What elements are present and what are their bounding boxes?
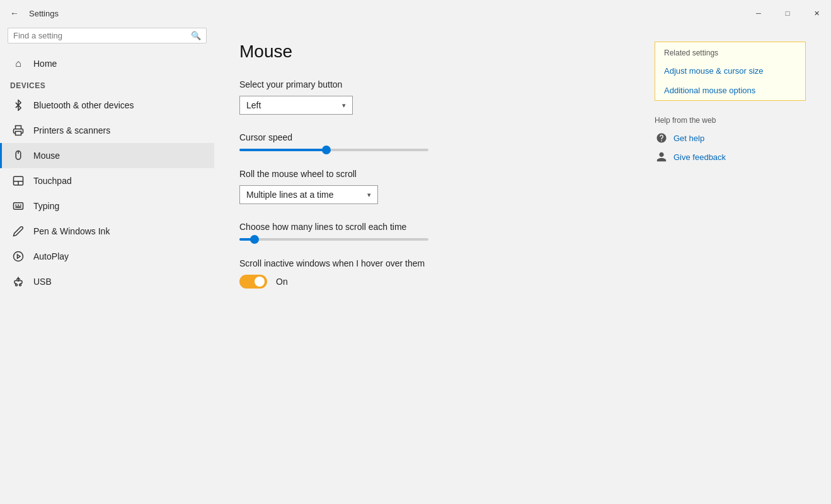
related-settings-box: Related settings Adjust mouse & cursor s… [655, 42, 806, 101]
printer-icon [12, 124, 25, 137]
close-button[interactable]: ✕ [802, 2, 831, 25]
autoplay-icon [12, 250, 25, 263]
cursor-speed-thumb[interactable] [322, 146, 331, 154]
sidebar-item-mouse-label: Mouse [33, 151, 60, 161]
sidebar-item-bluetooth-label: Bluetooth & other devices [33, 100, 134, 110]
help-section-title: Help from the web [655, 116, 806, 125]
give-feedback-row[interactable]: Give feedback [655, 150, 806, 164]
scroll-lines-thumb[interactable] [250, 235, 259, 244]
scroll-lines-label: Choose how many lines to scroll each tim… [239, 222, 629, 232]
svg-point-14 [20, 284, 21, 286]
get-help-row[interactable]: Get help [655, 131, 806, 145]
sidebar-item-pen-label: Pen & Windows Ink [33, 226, 110, 236]
give-feedback-icon [655, 150, 668, 164]
svg-point-11 [14, 252, 23, 261]
give-feedback-link[interactable]: Give feedback [673, 152, 726, 162]
pen-icon [12, 225, 25, 238]
sidebar-item-printers[interactable]: Printers & scanners [0, 118, 214, 143]
typing-icon [12, 200, 25, 212]
get-help-link[interactable]: Get help [673, 134, 704, 143]
sidebar-section-devices: Devices [0, 76, 214, 93]
sidebar-item-printers-label: Printers & scanners [33, 125, 110, 135]
back-button[interactable]: ← [5, 4, 24, 23]
scroll-inactive-toggle[interactable] [239, 275, 267, 289]
sidebar-item-touchpad-label: Touchpad [33, 176, 72, 186]
setting-scroll-lines: Choose how many lines to scroll each tim… [239, 222, 629, 241]
sidebar-item-autoplay-label: AutoPlay [33, 251, 69, 261]
maximize-button[interactable]: □ [773, 2, 802, 25]
search-bar[interactable]: 🔍 [8, 28, 207, 43]
scroll-inactive-toggle-row: On [239, 275, 629, 289]
cursor-speed-label: Cursor speed [239, 132, 629, 142]
touchpad-icon [12, 175, 25, 187]
mouse-icon [12, 149, 25, 162]
content-area: Mouse Select your primary button Left ▾ … [214, 23, 831, 504]
search-icon: 🔍 [191, 31, 201, 40]
sidebar: 🔍 ⌂ Home Devices Bluetooth & other devic… [0, 23, 214, 504]
titlebar-left: ← Settings [0, 4, 59, 23]
svg-point-13 [16, 284, 18, 286]
svg-rect-0 [16, 132, 21, 135]
usb-icon [12, 275, 25, 288]
toggle-knob [255, 277, 265, 287]
primary-button-dropdown[interactable]: Left ▾ [239, 96, 353, 115]
home-icon: ⌂ [12, 57, 25, 70]
scroll-inactive-toggle-label: On [276, 277, 288, 287]
sidebar-item-mouse[interactable]: Mouse [0, 143, 214, 168]
sidebar-item-home[interactable]: ⌂ Home [0, 51, 214, 76]
scroll-lines-slider[interactable] [239, 238, 428, 241]
cursor-speed-track [239, 149, 428, 151]
related-link-adjust-cursor[interactable]: Adjust mouse & cursor size [655, 61, 805, 81]
app-body: 🔍 ⌂ Home Devices Bluetooth & other devic… [0, 23, 831, 504]
chevron-down-icon-2: ▾ [367, 191, 371, 199]
sidebar-item-bluetooth[interactable]: Bluetooth & other devices [0, 93, 214, 118]
sidebar-item-pen[interactable]: Pen & Windows Ink [0, 219, 214, 244]
search-input[interactable] [13, 31, 191, 40]
get-help-icon [655, 131, 668, 145]
scroll-inactive-label: Scroll inactive windows when I hover ove… [239, 258, 629, 268]
related-link-additional-mouse[interactable]: Additional mouse options [655, 81, 805, 100]
titlebar-controls: ─ □ ✕ [744, 2, 831, 25]
sidebar-item-usb-label: USB [33, 277, 52, 287]
sidebar-item-typing[interactable]: Typing [0, 193, 214, 219]
svg-rect-6 [14, 203, 23, 210]
svg-marker-12 [18, 255, 21, 258]
roll-wheel-dropdown[interactable]: Multiple lines at a time ▾ [239, 185, 378, 204]
scroll-lines-track [239, 238, 428, 241]
titlebar: ← Settings ─ □ ✕ [0, 0, 831, 23]
content-side: Related settings Adjust mouse & cursor s… [655, 42, 806, 485]
roll-wheel-label: Roll the mouse wheel to scroll [239, 169, 629, 179]
setting-cursor-speed: Cursor speed [239, 132, 629, 151]
setting-primary-button: Select your primary button Left ▾ [239, 79, 629, 115]
setting-roll-wheel: Roll the mouse wheel to scroll Multiple … [239, 169, 629, 204]
cursor-speed-fill [239, 149, 326, 151]
help-section: Help from the web Get help [655, 116, 806, 164]
cursor-speed-slider[interactable] [239, 149, 428, 151]
chevron-down-icon: ▾ [342, 101, 346, 110]
sidebar-item-usb[interactable]: USB [0, 269, 214, 294]
minimize-button[interactable]: ─ [744, 2, 773, 25]
roll-wheel-value: Multiple lines at a time [246, 190, 334, 200]
sidebar-item-touchpad[interactable]: Touchpad [0, 168, 214, 193]
related-settings-title: Related settings [655, 42, 805, 61]
sidebar-item-typing-label: Typing [33, 201, 59, 211]
content-main: Mouse Select your primary button Left ▾ … [239, 42, 629, 485]
primary-button-value: Left [246, 100, 261, 110]
bluetooth-icon [12, 99, 25, 112]
primary-button-label: Select your primary button [239, 79, 629, 89]
sidebar-item-home-label: Home [33, 59, 57, 69]
setting-scroll-inactive: Scroll inactive windows when I hover ove… [239, 258, 629, 289]
page-title: Mouse [239, 42, 629, 62]
titlebar-title: Settings [29, 9, 59, 18]
sidebar-item-autoplay[interactable]: AutoPlay [0, 244, 214, 269]
